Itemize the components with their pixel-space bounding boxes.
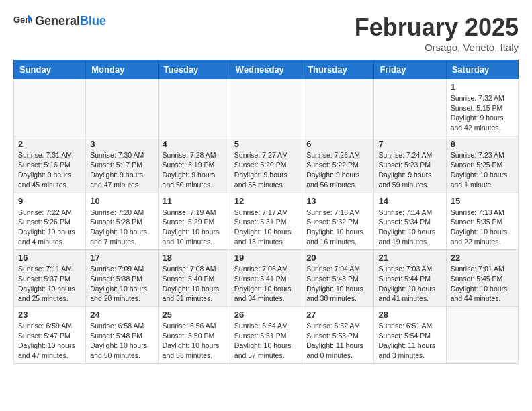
day-number: 28 (378, 310, 441, 320)
day-info: Sunrise: 7:32 AM Sunset: 5:15 PM Dayligh… (451, 93, 514, 133)
day-info: Sunrise: 7:11 AM Sunset: 5:37 PM Dayligh… (18, 264, 81, 304)
title-area: February 2025 Orsago, Veneto, Italy (355, 13, 519, 53)
logo-icon: General (13, 13, 32, 28)
day-info: Sunrise: 7:24 AM Sunset: 5:23 PM Dayligh… (378, 150, 441, 190)
calendar-cell: 5Sunrise: 7:27 AM Sunset: 5:20 PM Daylig… (230, 136, 302, 193)
calendar-cell (86, 79, 158, 136)
calendar-header: SundayMondayTuesdayWednesdayThursdayFrid… (14, 60, 519, 79)
day-number: 19 (234, 253, 298, 263)
day-info: Sunrise: 7:08 AM Sunset: 5:40 PM Dayligh… (163, 264, 226, 304)
day-info: Sunrise: 6:54 AM Sunset: 5:51 PM Dayligh… (234, 321, 298, 361)
calendar-week-row: 1Sunrise: 7:32 AM Sunset: 5:15 PM Daylig… (14, 79, 519, 136)
calendar-cell: 28Sunrise: 6:51 AM Sunset: 5:54 PM Dayli… (374, 307, 446, 364)
day-number: 26 (234, 310, 298, 320)
weekday-header-tuesday: Tuesday (158, 60, 230, 79)
logo: General GeneralBlue (13, 13, 106, 28)
calendar-cell: 21Sunrise: 7:03 AM Sunset: 5:44 PM Dayli… (374, 250, 446, 307)
calendar-cell: 19Sunrise: 7:06 AM Sunset: 5:41 PM Dayli… (230, 250, 302, 307)
calendar-cell: 2Sunrise: 7:31 AM Sunset: 5:16 PM Daylig… (14, 136, 86, 193)
day-info: Sunrise: 6:52 AM Sunset: 5:53 PM Dayligh… (306, 321, 369, 361)
day-number: 7 (378, 139, 441, 149)
calendar-table: SundayMondayTuesdayWednesdayThursdayFrid… (13, 60, 519, 364)
weekday-header-thursday: Thursday (302, 60, 374, 79)
day-number: 10 (90, 196, 153, 206)
day-info: Sunrise: 7:22 AM Sunset: 5:26 PM Dayligh… (18, 208, 81, 247)
day-info: Sunrise: 6:59 AM Sunset: 5:47 PM Dayligh… (18, 321, 81, 361)
day-number: 4 (163, 139, 226, 149)
calendar-cell: 18Sunrise: 7:08 AM Sunset: 5:40 PM Dayli… (158, 250, 230, 307)
calendar-cell: 7Sunrise: 7:24 AM Sunset: 5:23 PM Daylig… (374, 136, 446, 193)
day-info: Sunrise: 7:16 AM Sunset: 5:32 PM Dayligh… (306, 208, 369, 247)
day-number: 21 (378, 253, 441, 263)
calendar-cell: 4Sunrise: 7:28 AM Sunset: 5:19 PM Daylig… (158, 136, 230, 193)
location-text: Orsago, Veneto, Italy (355, 42, 519, 53)
day-number: 22 (451, 253, 514, 263)
day-info: Sunrise: 7:23 AM Sunset: 5:25 PM Dayligh… (451, 150, 514, 190)
calendar-cell: 11Sunrise: 7:19 AM Sunset: 5:29 PM Dayli… (158, 193, 230, 250)
calendar-cell: 25Sunrise: 6:56 AM Sunset: 5:50 PM Dayli… (158, 307, 230, 364)
day-info: Sunrise: 7:17 AM Sunset: 5:31 PM Dayligh… (234, 208, 298, 247)
day-info: Sunrise: 7:30 AM Sunset: 5:17 PM Dayligh… (90, 150, 153, 190)
day-info: Sunrise: 7:13 AM Sunset: 5:35 PM Dayligh… (451, 208, 514, 247)
weekday-header-row: SundayMondayTuesdayWednesdayThursdayFrid… (14, 60, 519, 79)
calendar-cell: 26Sunrise: 6:54 AM Sunset: 5:51 PM Dayli… (230, 307, 302, 364)
calendar-cell: 23Sunrise: 6:59 AM Sunset: 5:47 PM Dayli… (14, 307, 86, 364)
day-info: Sunrise: 7:14 AM Sunset: 5:34 PM Dayligh… (378, 208, 441, 247)
month-year-title: February 2025 (355, 13, 519, 42)
day-number: 13 (306, 196, 369, 206)
day-info: Sunrise: 7:31 AM Sunset: 5:16 PM Dayligh… (18, 150, 81, 190)
day-info: Sunrise: 7:09 AM Sunset: 5:38 PM Dayligh… (90, 264, 153, 304)
day-number: 14 (378, 196, 441, 206)
calendar-cell: 17Sunrise: 7:09 AM Sunset: 5:38 PM Dayli… (86, 250, 158, 307)
day-info: Sunrise: 7:20 AM Sunset: 5:28 PM Dayligh… (90, 208, 153, 247)
calendar-cell (374, 79, 446, 136)
calendar-cell: 3Sunrise: 7:30 AM Sunset: 5:17 PM Daylig… (86, 136, 158, 193)
calendar-week-row: 9Sunrise: 7:22 AM Sunset: 5:26 PM Daylig… (14, 193, 519, 250)
calendar-cell: 22Sunrise: 7:01 AM Sunset: 5:45 PM Dayli… (446, 250, 518, 307)
weekday-header-saturday: Saturday (446, 60, 518, 79)
day-number: 12 (234, 196, 298, 206)
logo-general-text: General (35, 14, 80, 28)
calendar-cell (230, 79, 302, 136)
header: General GeneralBlue February 2025 Orsago… (13, 13, 519, 53)
calendar-cell: 9Sunrise: 7:22 AM Sunset: 5:26 PM Daylig… (14, 193, 86, 250)
calendar-cell: 8Sunrise: 7:23 AM Sunset: 5:25 PM Daylig… (446, 136, 518, 193)
day-number: 8 (451, 139, 514, 149)
day-number: 1 (451, 82, 514, 92)
day-number: 15 (451, 196, 514, 206)
calendar-cell: 13Sunrise: 7:16 AM Sunset: 5:32 PM Dayli… (302, 193, 374, 250)
calendar-body: 1Sunrise: 7:32 AM Sunset: 5:15 PM Daylig… (14, 79, 519, 364)
day-info: Sunrise: 7:03 AM Sunset: 5:44 PM Dayligh… (378, 264, 441, 304)
day-info: Sunrise: 7:27 AM Sunset: 5:20 PM Dayligh… (234, 150, 298, 190)
calendar-cell: 20Sunrise: 7:04 AM Sunset: 5:43 PM Dayli… (302, 250, 374, 307)
day-number: 24 (90, 310, 153, 320)
day-info: Sunrise: 7:26 AM Sunset: 5:22 PM Dayligh… (306, 150, 369, 190)
day-info: Sunrise: 7:04 AM Sunset: 5:43 PM Dayligh… (306, 264, 369, 304)
day-info: Sunrise: 7:06 AM Sunset: 5:41 PM Dayligh… (234, 264, 298, 304)
day-number: 6 (306, 139, 369, 149)
day-info: Sunrise: 7:19 AM Sunset: 5:29 PM Dayligh… (163, 208, 226, 247)
calendar-cell: 24Sunrise: 6:58 AM Sunset: 5:48 PM Dayli… (86, 307, 158, 364)
calendar-cell: 12Sunrise: 7:17 AM Sunset: 5:31 PM Dayli… (230, 193, 302, 250)
day-number: 17 (90, 253, 153, 263)
day-number: 9 (18, 196, 81, 206)
day-number: 18 (163, 253, 226, 263)
weekday-header-monday: Monday (86, 60, 158, 79)
calendar-cell: 10Sunrise: 7:20 AM Sunset: 5:28 PM Dayli… (86, 193, 158, 250)
weekday-header-sunday: Sunday (14, 60, 86, 79)
calendar-cell (14, 79, 86, 136)
day-number: 20 (306, 253, 369, 263)
calendar-cell: 15Sunrise: 7:13 AM Sunset: 5:35 PM Dayli… (446, 193, 518, 250)
day-number: 23 (18, 310, 81, 320)
calendar-week-row: 23Sunrise: 6:59 AM Sunset: 5:47 PM Dayli… (14, 307, 519, 364)
calendar-cell: 14Sunrise: 7:14 AM Sunset: 5:34 PM Dayli… (374, 193, 446, 250)
day-number: 2 (18, 139, 81, 149)
calendar-week-row: 2Sunrise: 7:31 AM Sunset: 5:16 PM Daylig… (14, 136, 519, 193)
weekday-header-friday: Friday (374, 60, 446, 79)
day-info: Sunrise: 6:56 AM Sunset: 5:50 PM Dayligh… (163, 321, 226, 361)
calendar-cell (158, 79, 230, 136)
calendar-cell: 6Sunrise: 7:26 AM Sunset: 5:22 PM Daylig… (302, 136, 374, 193)
day-number: 16 (18, 253, 81, 263)
calendar-cell: 16Sunrise: 7:11 AM Sunset: 5:37 PM Dayli… (14, 250, 86, 307)
day-number: 25 (163, 310, 226, 320)
